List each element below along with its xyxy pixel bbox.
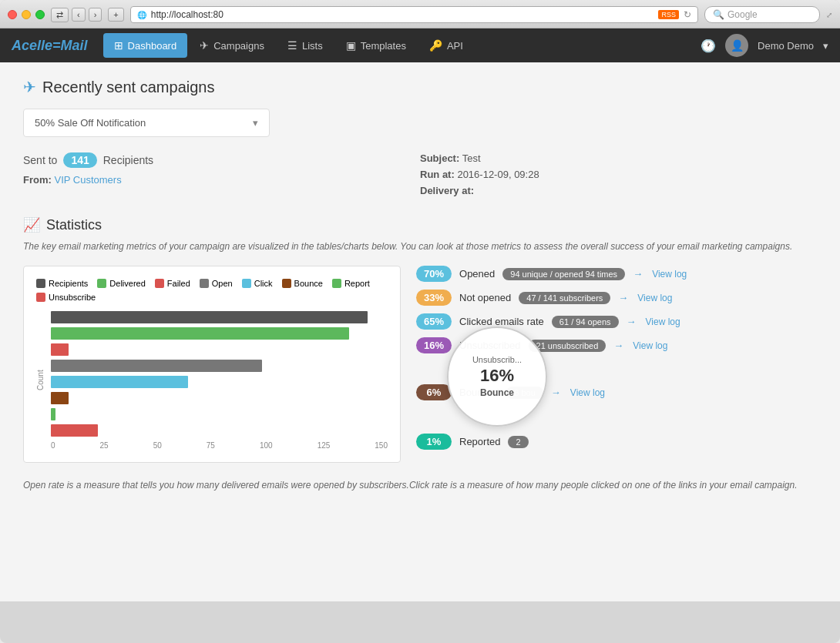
lists-icon: ☰	[287, 39, 297, 52]
legend-dot-click	[242, 279, 251, 288]
x-50: 50	[153, 441, 162, 450]
dashboard-icon: ⊞	[114, 39, 123, 52]
bar-4	[51, 376, 188, 388]
rss-button[interactable]: RSS	[658, 10, 679, 19]
legend-unsubscribe: Unsubscribe	[36, 293, 96, 302]
metric-badge-opened: 94 unique / opened 94 times	[502, 268, 625, 280]
bar-row-2	[51, 343, 388, 356]
x-150: 150	[375, 441, 388, 450]
bar-6	[51, 408, 55, 420]
bar-7	[51, 424, 98, 437]
close-button[interactable]	[8, 10, 17, 19]
back-button[interactable]: ‹	[72, 8, 86, 22]
nav-dashboard[interactable]: ⊞ Dashboard	[103, 33, 188, 58]
run-at-line: Run at: 2016-12-09, 09:28	[420, 169, 817, 180]
recipients-label: Recipients	[103, 154, 153, 166]
arrow-icon-5: →	[551, 387, 561, 398]
forward-button[interactable]: ›	[89, 8, 102, 22]
tooltip-area: 6% Bounced 8 bou → View log Unsubscrib..…	[416, 361, 817, 423]
run-at-label: Run at:	[420, 169, 455, 180]
nav-lists[interactable]: ☰ Lists	[277, 33, 334, 58]
metric-badge-not-opened: 47 / 141 subscribers	[519, 292, 610, 304]
campaigns-icon: ✈	[200, 39, 209, 52]
bar-row-7	[51, 424, 388, 437]
campaign-name: 50% Sale Off Notification	[35, 117, 146, 129]
page-title: ✈ Recently sent campaigns	[23, 78, 817, 96]
legend-failed: Failed	[155, 279, 190, 288]
fullscreen-button[interactable]: ⤢	[826, 11, 832, 19]
nav-api-label: API	[447, 40, 463, 52]
view-log-clicked[interactable]: View log	[646, 316, 680, 327]
search-bar[interactable]: 🔍 Google	[704, 6, 820, 23]
bar-row-1	[51, 327, 388, 340]
chart-x-axis: 0 25 50 75 100 125 150	[51, 441, 388, 450]
recipient-count: 141	[63, 152, 96, 168]
nav-lists-label: Lists	[302, 40, 323, 52]
subject-label: Subject:	[420, 152, 459, 164]
view-log-opened[interactable]: View log	[652, 269, 687, 280]
chart-area: Count 0 25 50 75 100 125 150	[36, 311, 388, 450]
legend-label-click: Click	[254, 279, 273, 288]
favicon: 🌐	[137, 11, 146, 19]
subject-value: Test	[462, 152, 481, 164]
maximize-button[interactable]	[35, 10, 45, 19]
metric-label-clicked: Clicked emails rate	[459, 316, 544, 327]
legend-report: Report	[332, 279, 370, 288]
metric-label-reported: Reported	[459, 436, 500, 447]
metric-not-opened: 33% Not opened 47 / 141 subscribers → Vi…	[416, 290, 817, 306]
sent-to-row: Sent to 141 Recipients	[23, 152, 420, 168]
legend-dot-bounce	[282, 279, 291, 288]
metric-badge-unsubscribed: 21 unsubscribed	[529, 340, 606, 352]
metric-reported: 1% Reported 2	[416, 434, 817, 450]
run-at-value: 2016-12-09, 09:28	[457, 169, 539, 180]
add-tab-button[interactable]: +	[108, 8, 123, 22]
templates-icon: ▣	[346, 39, 356, 52]
from-value[interactable]: VIP Customers	[54, 174, 121, 186]
legend-label-report: Report	[344, 279, 370, 288]
legend-label-open: Open	[212, 279, 233, 288]
bar-0	[51, 311, 368, 323]
campaign-info: Sent to 141 Recipients From: VIP Custome…	[23, 152, 817, 201]
legend-delivered: Delivered	[97, 279, 145, 288]
metric-pct-clicked: 65%	[416, 313, 452, 330]
nav-api[interactable]: 🔑 API	[418, 33, 474, 58]
metric-pct-reported: 1%	[416, 434, 452, 450]
legend-click: Click	[242, 279, 273, 288]
nav-campaigns[interactable]: ✈ Campaigns	[189, 33, 275, 58]
history-button[interactable]: 🕐	[701, 39, 716, 53]
nav-right: 🕐 👤 Demo Demo ▾	[701, 34, 828, 57]
user-name[interactable]: Demo Demo	[758, 40, 814, 52]
info-left: Sent to 141 Recipients From: VIP Custome…	[23, 152, 420, 201]
reload-button[interactable]: ↻	[684, 9, 691, 20]
metric-clicked: 65% Clicked emails rate 61 / 94 opens → …	[416, 313, 817, 330]
nav-templates[interactable]: ▣ Templates	[335, 33, 417, 58]
bar-row-3	[51, 360, 388, 372]
chart-container: Recipients Delivered Failed Open	[23, 266, 401, 463]
legend-dot-open	[200, 279, 209, 288]
address-bar[interactable]: 🌐 http://localhost:80 RSS ↻	[130, 6, 698, 23]
nav-templates-label: Templates	[361, 40, 406, 52]
view-log-not-opened[interactable]: View log	[637, 293, 672, 303]
swap-button[interactable]: ⇄	[51, 8, 69, 22]
bar-2	[51, 343, 69, 356]
legend-dot-report	[332, 279, 341, 288]
avatar: 👤	[725, 34, 748, 57]
metrics-panel: 70% Opened 94 unique / opened 94 times →…	[416, 266, 817, 463]
view-log-unsubscribed[interactable]: View log	[633, 340, 667, 351]
minimize-button[interactable]	[22, 10, 31, 19]
chevron-down-icon: ▾	[253, 117, 258, 129]
stats-content: Recipients Delivered Failed Open	[23, 266, 817, 463]
traffic-lights	[8, 10, 45, 19]
legend-dot-unsubscribe	[36, 293, 45, 302]
legend-recipients: Recipients	[36, 279, 88, 288]
legend-dot-failed	[155, 279, 164, 288]
legend-label-unsubscribe: Unsubscribe	[49, 293, 96, 302]
campaign-selector[interactable]: 50% Sale Off Notification ▾	[23, 109, 270, 137]
from-label: From:	[23, 174, 52, 186]
legend-dot-recipients	[36, 279, 45, 288]
view-log-bounced[interactable]: View log	[570, 387, 605, 398]
bar-1	[51, 327, 349, 340]
search-icon: 🔍	[713, 9, 724, 20]
tooltip-label: Unsubscrib...	[472, 355, 522, 364]
user-dropdown-icon[interactable]: ▾	[823, 40, 828, 52]
